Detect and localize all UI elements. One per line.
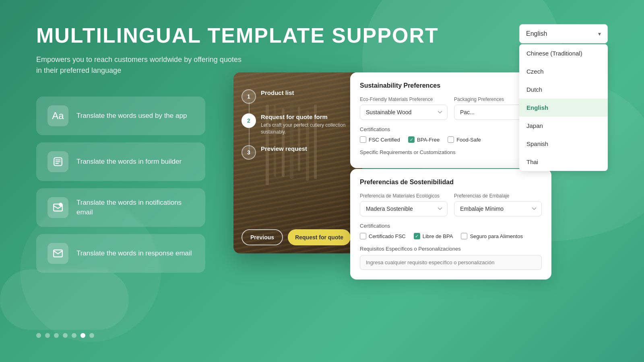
language-selected-label: English: [526, 30, 547, 37]
dot-5[interactable]: [72, 333, 76, 338]
dot-2[interactable]: [45, 333, 50, 338]
form-en-checkboxes: FSC Certified BPA-Free Food-Safe: [360, 136, 542, 143]
checkbox-es-fsc-box[interactable]: [360, 233, 366, 239]
notifications-email-icon: [47, 197, 68, 218]
language-dropdown-container[interactable]: English ▾ Chinese (Traditional) Czech Du…: [519, 24, 608, 43]
wood-background: 1 Product list 2 Request for quote form …: [233, 72, 362, 253]
page-subtitle: Empowers you to reach customers worldwid…: [36, 54, 246, 76]
form-es-checkboxes: Certificado FSC Libre de BPA Seguro para…: [360, 233, 542, 239]
previous-button[interactable]: Previous: [242, 229, 283, 245]
step-3: 3 Preview request: [242, 140, 354, 165]
feature-card-form-builder: Translate the words in form builder: [36, 142, 205, 181]
svg-point-5: [59, 203, 62, 206]
feature-card-app-words: Aa Translate the words used by the app: [36, 97, 205, 135]
bg-decoration-4: [0, 269, 129, 330]
checkbox-es-food-label: Seguro para Alimentos: [470, 233, 523, 239]
step-1-content: Product list: [261, 89, 354, 98]
form-es-packaging-field: Preferencias de Embalaje Embalaje Mínimo: [454, 193, 542, 216]
form-es-eco-row: Preferencia de Materiales Ecológicos Mad…: [360, 193, 542, 216]
step-2-content: Request for quote form Let's craft your …: [261, 113, 354, 136]
checkbox-es-fsc-label: Certificado FSC: [369, 233, 406, 239]
dot-7[interactable]: [89, 333, 94, 338]
form-es-eco-field: Preferencia de Materiales Ecológicos Mad…: [360, 193, 448, 216]
step-2: 2 Request for quote form Let's craft you…: [242, 109, 354, 140]
lang-option-thai[interactable]: Thai: [519, 153, 608, 171]
language-dropdown-list[interactable]: Chinese (Traditional) Czech Dutch Englis…: [519, 44, 608, 171]
form-builder-icon: [47, 151, 68, 172]
form-es-title: Preferencias de Sostenibilidad: [360, 179, 542, 186]
step-1-number: 1: [242, 89, 256, 104]
dot-1[interactable]: [36, 333, 41, 338]
dot-6[interactable]: [80, 333, 85, 338]
dot-3[interactable]: [54, 333, 59, 338]
checkbox-bpa-label: BPA-Free: [417, 137, 440, 143]
pagination-dots: [36, 333, 94, 338]
step-1-title: Product list: [261, 89, 354, 96]
form-es-checkbox-fsc[interactable]: Certificado FSC: [360, 233, 406, 239]
feature-cards-list: Aa Translate the words used by the app T…: [36, 97, 205, 273]
checkbox-fsc-label: FSC Certified: [369, 137, 400, 143]
step-2-desc: Let's craft your perfect cutlery collect…: [261, 122, 354, 136]
lang-option-chinese-traditional[interactable]: Chinese (Traditional): [519, 44, 608, 62]
form-en-title: Sustainability Preferences: [360, 82, 542, 89]
feature-card-notifications-email: Translate the words in notifications ema…: [36, 188, 205, 227]
form-es-checkbox-food[interactable]: Seguro para Alimentos: [461, 233, 523, 239]
step-action-buttons: Previous Request for quote: [233, 229, 362, 253]
form-en-eco-row: Eco-Friendly Materials Preference Sustai…: [360, 97, 542, 120]
dot-4[interactable]: [63, 333, 68, 338]
checkbox-food-box[interactable]: [448, 136, 454, 143]
checkbox-es-bpa-label: Libre de BPA: [423, 233, 453, 239]
checkbox-es-bpa-box[interactable]: [414, 233, 420, 239]
step-3-title: Preview request: [261, 145, 354, 152]
checkbox-fsc-box[interactable]: [360, 136, 366, 143]
form-es-packaging-select[interactable]: Embalaje Mínimo: [454, 201, 542, 216]
language-dropdown-button[interactable]: English ▾: [519, 24, 608, 43]
form-es-eco-label: Preferencia de Materiales Ecológicos: [360, 193, 448, 199]
checkbox-bpa-box[interactable]: [408, 136, 415, 143]
form-en-cert-label: Certifications: [360, 126, 542, 132]
steps-list: 1 Product list 2 Request for quote form …: [233, 72, 362, 177]
lang-option-english[interactable]: English: [519, 99, 608, 117]
step-2-title: Request for quote form: [261, 113, 354, 120]
step-1: 1 Product list: [242, 84, 354, 109]
step-3-content: Preview request: [261, 145, 354, 154]
form-en-checkbox-food[interactable]: Food-Safe: [448, 136, 481, 143]
form-es-eco-select[interactable]: Madera Sostenible: [360, 201, 448, 216]
form-en-eco-field: Eco-Friendly Materials Preference Sustai…: [360, 97, 448, 120]
form-en-checkbox-bpa[interactable]: BPA-Free: [408, 136, 440, 143]
form-en-eco-label: Eco-Friendly Materials Preference: [360, 97, 448, 102]
chevron-down-icon: ▾: [598, 31, 601, 37]
app-words-icon: Aa: [47, 105, 68, 126]
response-email-icon: [47, 243, 68, 264]
step-3-number: 3: [242, 145, 256, 160]
feature-card-response-email-text: Translate the words in response email: [76, 249, 192, 258]
feature-card-app-words-text: Translate the words used by the app: [76, 111, 187, 121]
form-es-text-input[interactable]: [360, 255, 542, 270]
checkbox-food-label: Food-Safe: [456, 137, 481, 143]
lang-option-spanish[interactable]: Spanish: [519, 135, 608, 153]
step-2-number: 2: [242, 113, 256, 128]
lang-option-dutch[interactable]: Dutch: [519, 80, 608, 99]
feature-card-response-email: Translate the words in response email: [36, 234, 205, 273]
form-es-specific-req-label: Requisitos Específicos o Personalizacion…: [360, 246, 542, 252]
checkbox-es-food-box[interactable]: [461, 233, 467, 239]
feature-card-form-builder-text: Translate the words in form builder: [76, 157, 182, 167]
request-quote-button[interactable]: Request for quote: [288, 229, 351, 245]
feature-card-notifications-text: Translate the words in notifications ema…: [76, 198, 194, 217]
form-en-specific-req-label: Specific Requirements or Customizations: [360, 149, 542, 155]
main-window: 1 Product list 2 Request for quote form …: [233, 72, 362, 253]
form-es-checkbox-bpa[interactable]: Libre de BPA: [414, 233, 453, 239]
lang-option-japan[interactable]: Japan: [519, 117, 608, 135]
form-es-packaging-label: Preferencias de Embalaje: [454, 193, 542, 199]
form-card-spanish: Preferencias de Sostenibilidad Preferenc…: [350, 169, 551, 280]
form-en-checkbox-fsc[interactable]: FSC Certified: [360, 136, 400, 143]
form-es-cert-label: Certifications: [360, 223, 542, 229]
lang-option-czech[interactable]: Czech: [519, 62, 608, 80]
form-en-eco-select[interactable]: Sustainable Wood: [360, 105, 448, 120]
